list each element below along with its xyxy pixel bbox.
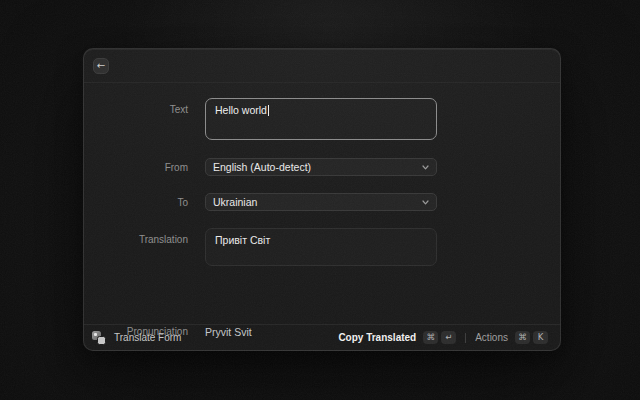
copy-translated-shortcut: ⌘ ↵ xyxy=(423,331,456,344)
to-field-row: To Ukrainian xyxy=(84,193,560,211)
footer-actions: Copy Translated ⌘ ↵ Actions ⌘ K xyxy=(338,331,548,344)
footer-divider xyxy=(465,333,466,343)
extension-name: Translate Form xyxy=(114,332,181,343)
text-field-row: Text Hello world xyxy=(84,98,560,140)
text-field-label: Text xyxy=(84,98,188,116)
arrow-left-icon: ← xyxy=(97,59,105,73)
chevron-down-icon xyxy=(422,165,429,170)
copy-translated-button[interactable]: Copy Translated xyxy=(338,332,416,343)
actions-shortcut: ⌘ K xyxy=(515,331,548,344)
text-cursor xyxy=(268,105,269,116)
translate-form-window: ← Text Hello world From English (Auto-de… xyxy=(83,48,561,351)
translation-field-row: Translation Привіт Світ xyxy=(84,228,560,266)
return-key-icon: ↵ xyxy=(441,331,456,344)
text-input[interactable]: Hello world xyxy=(205,98,437,140)
translation-output[interactable]: Привіт Світ xyxy=(205,228,437,266)
command-key-icon: ⌘ xyxy=(423,331,438,344)
from-field-row: From English (Auto-detect) xyxy=(84,158,560,176)
text-input-value: Hello world xyxy=(215,104,267,116)
k-key: K xyxy=(533,331,548,344)
to-language-dropdown[interactable]: Ukrainian xyxy=(205,193,437,211)
back-button[interactable]: ← xyxy=(93,58,109,74)
actions-button[interactable]: Actions xyxy=(475,332,508,343)
to-dropdown-value: Ukrainian xyxy=(213,196,257,208)
from-dropdown-value: English (Auto-detect) xyxy=(213,161,311,173)
window-header: ← xyxy=(84,49,560,83)
to-field-label: To xyxy=(84,196,188,209)
from-field-label: From xyxy=(84,161,188,174)
desktop-background: ← Text Hello world From English (Auto-de… xyxy=(0,0,640,400)
translation-output-value: Привіт Світ xyxy=(215,234,270,246)
from-language-dropdown[interactable]: English (Auto-detect) xyxy=(205,158,437,176)
translation-field-label: Translation xyxy=(84,228,188,246)
command-key-icon: ⌘ xyxy=(515,331,530,344)
chevron-down-icon xyxy=(422,200,429,205)
translate-form-icon xyxy=(92,331,106,345)
action-bar: Translate Form Copy Translated ⌘ ↵ Actio… xyxy=(84,324,560,350)
